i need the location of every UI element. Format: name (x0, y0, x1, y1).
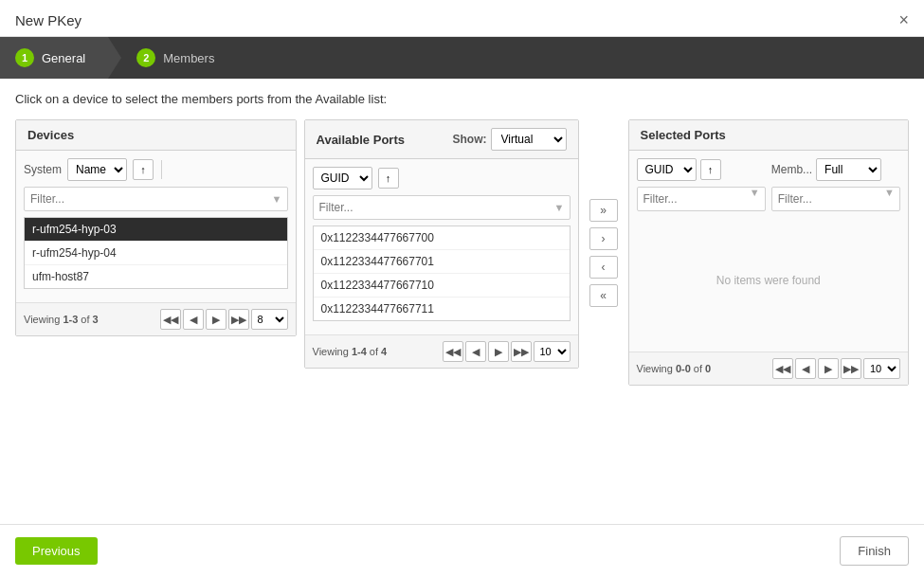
system-label: System (24, 163, 62, 176)
selected-pagination: Viewing 0-0 of 0 ◀◀ ◀ ▶ ▶▶ 10 20 50 (629, 352, 909, 385)
available-next-page-btn[interactable]: ▶ (488, 341, 509, 362)
selected-filter1-icon: ▼ (750, 187, 760, 198)
available-page-info: Viewing 1-4 of 4 (313, 346, 388, 357)
main-content: Click on a device to select the members … (0, 79, 924, 399)
available-filter-input[interactable] (313, 195, 571, 220)
instruction-text: Click on a device to select the members … (15, 92, 909, 106)
dialog: New PKey × 1 General 2 Members Click on … (0, 0, 924, 577)
selected-next-page-btn[interactable]: ▶ (818, 358, 839, 379)
show-label: Show: (453, 133, 487, 146)
available-panel-header: Available Ports Show: Virtual Physical A… (305, 120, 578, 159)
selected-filter1-wrap: ▼ (637, 187, 766, 211)
add-one-btn[interactable]: › (589, 227, 618, 250)
footer: Previous Finish (0, 524, 924, 577)
selected-filter-row: ▼ ▼ (637, 187, 901, 211)
step-members-label: Members (163, 51, 214, 65)
memb-label: Memb... (771, 163, 812, 176)
transfer-buttons: » › ‹ « (579, 199, 628, 307)
add-all-btn[interactable]: » (589, 199, 618, 222)
step-general-number: 1 (15, 48, 34, 67)
selected-prev-page-btn[interactable]: ◀ (795, 358, 816, 379)
available-toolbar: GUID Name Port ↑ (313, 167, 571, 189)
selected-panel-title: Selected Ports (629, 120, 909, 151)
port-item[interactable]: 0x1122334477667710 (314, 274, 570, 298)
panels-row: Devices System Name GUID Type ↑ (15, 119, 909, 386)
selected-panel-inner: GUID Name ↑ Memb... Full Limited (629, 151, 909, 352)
available-panel-title: Available Ports (317, 133, 405, 147)
devices-filter-input[interactable] (24, 187, 288, 211)
remove-one-btn[interactable]: ‹ (589, 256, 618, 279)
available-prev-page-btn[interactable]: ◀ (465, 341, 486, 362)
step-members[interactable]: 2 Members (108, 37, 237, 79)
full-select[interactable]: Full Limited (816, 158, 881, 181)
device-item[interactable]: r-ufm254-hyp-04 (25, 242, 287, 265)
selected-guid-select[interactable]: GUID Name (637, 158, 697, 181)
available-filter-icon: ▼ (554, 202, 565, 213)
step-general[interactable]: 1 General (0, 37, 108, 79)
finish-button[interactable]: Finish (840, 536, 909, 566)
available-filter-wrap: ▼ (313, 195, 571, 220)
selected-filter1-input[interactable] (637, 187, 766, 211)
devices-sort-select[interactable]: Name GUID Type (67, 158, 127, 181)
devices-page-info: Viewing 1-3 of 3 (24, 314, 99, 325)
available-page-controls: ◀◀ ◀ ▶ ▶▶ 10 20 50 (443, 341, 571, 362)
devices-list: r-ufm254-hyp-03 r-ufm254-hyp-04 ufm-host… (24, 217, 288, 289)
devices-panel-inner: System Name GUID Type ↑ ▼ (16, 151, 296, 302)
available-first-page-btn[interactable]: ◀◀ (443, 341, 463, 362)
devices-divider (161, 160, 162, 179)
selected-panel: Selected Ports GUID Name ↑ Memb... (628, 119, 910, 386)
show-select[interactable]: Virtual Physical All (491, 128, 567, 151)
device-item[interactable]: r-ufm254-hyp-03 (25, 218, 287, 242)
selected-page-info: Viewing 0-0 of 0 (637, 363, 712, 374)
available-ports-list: 0x1122334477667700 0x1122334477667701 0x… (313, 225, 571, 321)
selected-filter2-icon: ▼ (884, 187, 895, 198)
selected-memb-wrap: Memb... Full Limited (771, 158, 900, 181)
step-members-number: 2 (136, 48, 155, 67)
dialog-title: New PKey (15, 12, 82, 28)
remove-all-btn[interactable]: « (589, 284, 618, 307)
steps-bar: 1 General 2 Members (0, 37, 924, 79)
selected-filter2-input[interactable] (771, 187, 900, 211)
previous-button[interactable]: Previous (15, 537, 98, 565)
available-last-page-btn[interactable]: ▶▶ (511, 341, 532, 362)
available-sort-select[interactable]: GUID Name Port (313, 167, 372, 189)
available-panel: Available Ports Show: Virtual Physical A… (304, 119, 579, 369)
devices-pagination: Viewing 1-3 of 3 ◀◀ ◀ ▶ ▶▶ 8 10 20 50 (16, 302, 296, 335)
selected-header-row: GUID Name ↑ Memb... Full Limited (637, 158, 901, 181)
step-general-label: General (42, 51, 85, 65)
selected-page-controls: ◀◀ ◀ ▶ ▶▶ 10 20 50 (772, 358, 900, 379)
selected-guid-wrap: GUID Name ↑ (637, 158, 766, 181)
devices-page-controls: ◀◀ ◀ ▶ ▶▶ 8 10 20 50 (160, 309, 288, 330)
devices-filter-wrap: ▼ (24, 187, 288, 211)
devices-page-size-select[interactable]: 8 10 20 50 (251, 309, 288, 330)
devices-filter-icon: ▼ (272, 193, 282, 205)
devices-toolbar: System Name GUID Type ↑ (24, 158, 288, 181)
port-item[interactable]: 0x1122334477667701 (314, 250, 570, 274)
step-general-arrow (108, 37, 121, 79)
available-page-size-select[interactable]: 10 20 50 (534, 341, 571, 362)
dialog-header: New PKey × (0, 0, 924, 37)
devices-panel-title: Devices (16, 120, 296, 151)
available-sort-dir-btn[interactable]: ↑ (378, 168, 399, 189)
selected-sort-dir-btn[interactable]: ↑ (700, 159, 721, 180)
close-button[interactable]: × (898, 11, 909, 28)
devices-prev-page-btn[interactable]: ◀ (183, 309, 204, 330)
selected-last-page-btn[interactable]: ▶▶ (841, 358, 861, 379)
port-item[interactable]: 0x1122334477667711 (314, 298, 570, 320)
selected-first-page-btn[interactable]: ◀◀ (772, 358, 793, 379)
port-item[interactable]: 0x1122334477667700 (314, 226, 570, 250)
available-pagination: Viewing 1-4 of 4 ◀◀ ◀ ▶ ▶▶ 10 20 50 (305, 334, 578, 368)
devices-next-page-btn[interactable]: ▶ (206, 309, 226, 330)
devices-first-page-btn[interactable]: ◀◀ (160, 309, 181, 330)
device-item[interactable]: ufm-host87 (25, 265, 287, 288)
devices-panel: Devices System Name GUID Type ↑ (15, 119, 297, 336)
selected-page-size-select[interactable]: 10 20 50 (863, 358, 900, 379)
devices-last-page-btn[interactable]: ▶▶ (228, 309, 249, 330)
devices-sort-dir-btn[interactable]: ↑ (133, 159, 154, 180)
selected-filter2-wrap: ▼ (771, 187, 900, 211)
available-panel-inner: GUID Name Port ↑ ▼ 0x1122334477667700 (305, 159, 578, 334)
no-items-message: No items were found (637, 217, 901, 344)
